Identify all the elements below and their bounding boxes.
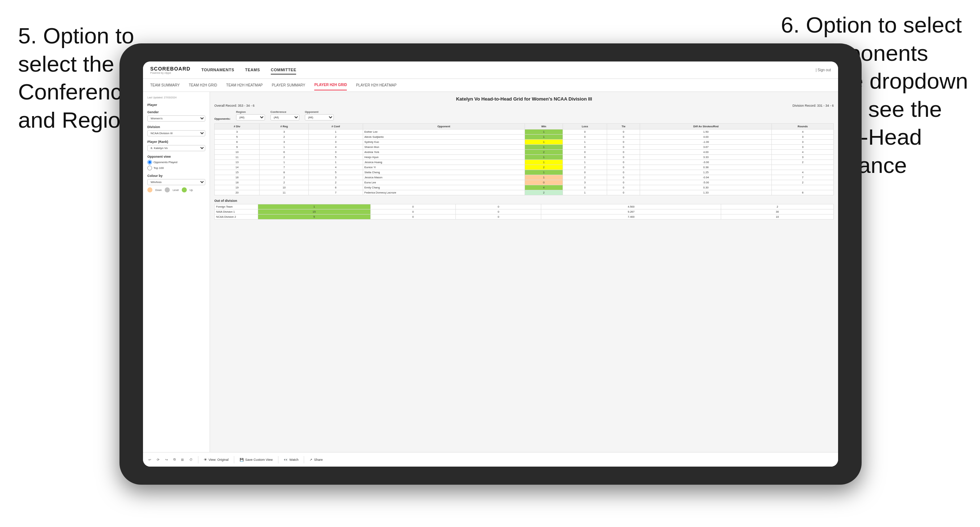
ood-cell-rounds: 10 [721,214,834,219]
cell-div: 11 [215,155,259,160]
cell-conf: 4 [309,145,363,150]
cell-tie: 0 [607,185,640,190]
gender-section: Gender Women's [147,110,205,122]
nav-tournaments[interactable]: TOURNAMENTS [201,66,234,75]
cell-diff: -0.94 [640,175,772,180]
sub-nav-team-h2h-grid[interactable]: TEAM H2H GRID [189,80,217,90]
cell-div: 20 [215,190,259,195]
col-diff: Diff Av Strokes/Rnd [640,124,772,130]
colour-by-select[interactable]: Win/loss [147,179,205,185]
copy-icon[interactable]: ⧉ [173,457,176,462]
radio-opponents-played[interactable]: Opponents Played [147,160,205,165]
undo-icon[interactable]: ↩ [148,458,151,462]
sub-nav-player-summary[interactable]: PLAYER SUMMARY [272,80,305,90]
player-rank-label: Player (Rank) [147,140,205,144]
cell-tie: 0 [607,190,640,195]
paste-icon[interactable]: ⊞ [181,458,184,462]
record-row: Overall Record: 353 - 34 - 6 Division Re… [214,104,834,108]
table-row: 10 6 3 Andrea York 2 0 0 4.00 4 [215,150,834,155]
cell-reg: 8 [259,170,309,175]
cell-reg: 2 [259,175,309,180]
ood-cell-loss: 0 [370,204,456,210]
share-btn[interactable]: ↗ Share [310,458,323,462]
opponent-select[interactable]: (All) [305,114,334,121]
app-logo: SCOREBOARD Powered by clippd [150,66,191,74]
cell-opponent: Eunice Yi [363,165,525,170]
sub-nav-player-h2h-grid[interactable]: PLAYER H2H GRID [314,80,347,90]
table-row: 3 3 1 Esther Lee 1 0 0 1.50 4 [215,130,834,135]
cell-conf: 5 [309,170,363,175]
cell-reg: 1 [259,160,309,165]
cell-opponent: Andrea York [363,150,525,155]
cell-win: 1 [525,130,563,135]
cell-loss: 2 [563,175,607,180]
cell-loss: 0 [563,150,607,155]
sub-nav-team-h2h-heatmap[interactable]: TEAM H2H HEATMAP [226,80,263,90]
region-select[interactable]: (All) [236,114,265,121]
gender-select[interactable]: Women's [147,115,205,122]
save-icon: 💾 [240,458,243,462]
gender-label: Gender [147,110,205,114]
col-tie: Tie [607,124,640,130]
sub-nav-player-h2h-heatmap[interactable]: PLAYER H2H HEATMAP [356,80,396,90]
ood-cell-win: 15 [258,210,371,214]
cell-tie: 0 [607,175,640,180]
cell-loss: 1 [563,160,607,165]
cell-loss: 0 [563,185,607,190]
cell-loss: 0 [563,145,607,150]
cell-rounds: 3 [772,145,834,150]
radio-top100[interactable]: Top 100 [147,166,205,170]
ood-cell-loss: 0 [370,214,456,219]
cell-reg: 10 [259,185,309,190]
logo-text: SCOREBOARD [150,66,191,71]
division-section: Division NCAA Division III [147,125,205,137]
cell-opponent: Alexis Sudjianto [363,135,525,140]
content-header: Katelyn Vo Head-to-Head Grid for Women's… [214,96,834,102]
cell-opponent: Federica Domecq Lacroze [363,190,525,195]
cell-reg: 7 [259,165,309,170]
player-rank-section: Player (Rank) 8. Katelyn Vo [147,140,205,151]
down-label: Down [155,189,162,191]
nav-committee[interactable]: COMMITTEE [271,66,296,75]
clock-icon[interactable]: ⏱ [189,458,192,462]
table-row: 16 2 3 Jessica Mason 1 2 0 -0.94 7 [215,175,834,180]
division-record: Division Record: 331 - 34 - 6 [792,104,834,108]
cell-tie: 0 [607,155,640,160]
nav-teams[interactable]: TEAMS [245,66,260,75]
save-custom-view-btn[interactable]: 💾 Save Custom View [240,458,273,462]
sub-nav-team-summary[interactable]: TEAM SUMMARY [150,80,180,90]
ood-cell-tie: 0 [456,210,541,214]
toolbar-sep4 [304,456,304,464]
view-original-btn[interactable]: 👁 View: Original [204,458,228,462]
ood-cell-tie: 0 [456,204,541,210]
watch-icon: 👀 [284,458,288,462]
redo1-icon[interactable]: ⟳ [157,458,160,462]
cell-rounds: 3 [772,140,834,145]
cell-diff: -3.00 [640,160,772,165]
undo2-icon[interactable]: ↪ [165,458,168,462]
cell-diff: 4.00 [640,150,772,155]
cell-reg: 6 [259,150,309,155]
down-circle [147,187,153,192]
cell-div: 10 [215,150,259,155]
player-rank-select[interactable]: 8. Katelyn Vo [147,145,205,151]
sign-out[interactable]: | Sign out [816,68,831,72]
watch-btn[interactable]: 👀 Watch [284,458,298,462]
table-row: 14 7 4 Eunice Yi 2 2 0 0.38 [215,165,834,170]
conference-select[interactable]: (All) [270,114,299,121]
cell-rounds [772,165,834,170]
cell-tie: 0 [607,165,640,170]
table-row: 20 11 7 Federica Domecq Lacroze 2 1 0 1.… [215,190,834,195]
ood-cell-diff: 7.400 [541,214,721,219]
cell-win: 2 [525,190,563,195]
cell-tie: 0 [607,170,640,175]
division-select[interactable]: NCAA Division III [147,130,205,137]
ood-cell-diff: 4.500 [541,204,721,210]
opponent-filter-label: Opponent [305,110,334,114]
colour-by-label: Colour by [147,174,205,178]
level-circle [165,187,170,192]
col-reg: # Reg [259,124,309,130]
cell-win: 1 [525,145,563,150]
cell-win: 4 [525,185,563,190]
cell-opponent: Heejo Hyun [363,155,525,160]
